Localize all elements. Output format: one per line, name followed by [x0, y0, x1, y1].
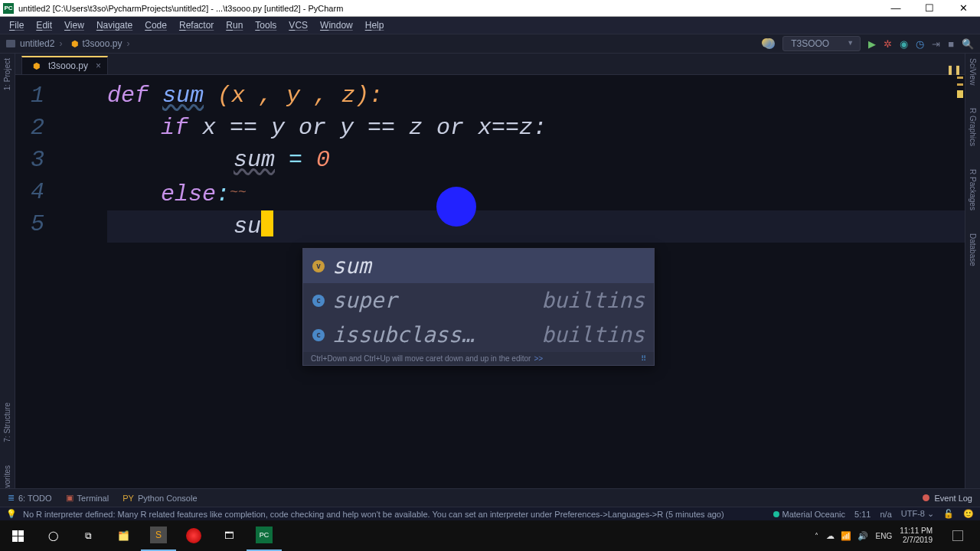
os-title-bar: PC untitled2 [C:\Users\t3so\PycharmProje…	[0, 0, 980, 17]
popup-hint: Ctrl+Down and Ctrl+Up will move caret do…	[303, 352, 654, 365]
right-tool-strip: SciView R Graphics R Packages Database	[965, 54, 980, 505]
fn-name: sum	[162, 83, 204, 109]
line-no: 3	[31, 144, 83, 176]
tray-language[interactable]: ENG	[876, 532, 893, 540]
menu-run[interactable]: Run	[220, 20, 249, 31]
run-icon[interactable]: ▶	[868, 38, 876, 50]
menu-help[interactable]: Help	[359, 20, 390, 31]
event-log-button[interactable]: Event Log	[923, 494, 972, 503]
caret-position[interactable]: 5:11	[854, 510, 871, 519]
variable-icon: v	[312, 260, 325, 272]
clock-date: 2/7/2019	[900, 536, 933, 545]
line-no: 2	[31, 112, 83, 144]
popup-label: sum	[332, 253, 371, 279]
tray-network-icon[interactable]: 📶	[841, 531, 851, 541]
system-tray: ˄ ☁ 📶 🔊 ENG 11:11 PM 2/7/2019	[815, 520, 980, 551]
search-icon[interactable]: 🔍	[962, 38, 974, 50]
menu-file[interactable]: File	[3, 20, 30, 31]
colon: :	[216, 181, 230, 207]
line-no: 4	[31, 176, 83, 208]
menu-navigate[interactable]: Navigate	[90, 20, 139, 31]
class-icon: c	[312, 295, 325, 307]
attach-icon[interactable]: ⇥	[932, 38, 940, 50]
profile-icon[interactable]: ◷	[916, 38, 924, 50]
debug-icon[interactable]: ✲	[884, 38, 892, 50]
pycharm-icon: PC	[3, 3, 14, 14]
menu-code[interactable]: Code	[139, 20, 173, 31]
bulb-icon: 💡	[6, 509, 17, 519]
notification-icon	[952, 530, 963, 541]
run-config-select[interactable]: T3SOOO ▼	[782, 36, 861, 51]
app-generic[interactable]: 🗔	[211, 520, 247, 551]
tray-clock[interactable]: 11:11 PM 2/7/2019	[900, 527, 933, 545]
tray-volume-icon[interactable]: 🔊	[858, 531, 868, 541]
theme-indicator[interactable]: Material Oceanic	[773, 510, 846, 519]
folder-icon	[6, 40, 15, 47]
minimize-button[interactable]: —	[879, 0, 913, 17]
start-button[interactable]	[0, 520, 35, 551]
menu-vcs[interactable]: VCS	[283, 20, 314, 31]
code-body[interactable]: def sum (x , y , z): if x == y or y == z…	[107, 80, 965, 243]
hint-text: Ctrl+Down and Ctrl+Up will move caret do…	[311, 354, 531, 363]
app-explorer[interactable]: 🗂️	[106, 520, 141, 551]
line-sep[interactable]: n/a	[880, 510, 891, 519]
left-tool-strip: 1: Project 7: Structure 2: Favorites	[0, 54, 15, 505]
inspector-icon[interactable]: 🙂	[963, 509, 974, 519]
hint-link[interactable]: >>	[534, 354, 543, 363]
menu-refactor[interactable]: Refactor	[173, 20, 220, 31]
text-cursor	[261, 210, 273, 236]
tool-structure[interactable]: 7: Structure	[3, 403, 11, 442]
status-bar: 💡 No R interpreter defined: Many R relat…	[0, 507, 980, 520]
coverage-icon[interactable]: ◉	[900, 38, 908, 50]
windows-taskbar: ◯ ⧉ 🗂️ S 🗔 PC ˄ ☁ 📶 🔊 ENG 11:11 PM 2/7/2…	[0, 520, 980, 551]
breadcrumb-file[interactable]: t3sooo.py	[82, 38, 122, 49]
python-icon: ⬢	[71, 39, 79, 49]
autocomplete-popup[interactable]: v sum c super builtins c issubclass… bui…	[302, 248, 655, 366]
op: =	[275, 147, 316, 173]
tool-rpackages[interactable]: R Packages	[969, 169, 977, 210]
tray-onedrive-icon[interactable]: ☁	[826, 531, 835, 541]
app-sublime[interactable]: S	[141, 520, 176, 551]
action-center-button[interactable]	[940, 520, 975, 551]
menu-window[interactable]: Window	[314, 20, 359, 31]
popup-item-sum[interactable]: v sum	[303, 249, 654, 283]
tray-chevron-icon[interactable]: ˄	[815, 532, 818, 540]
line-gutter: 1 2 3 4 5	[15, 75, 83, 484]
encoding[interactable]: UTF-8 ⌄	[901, 509, 934, 519]
tool-sciview[interactable]: SciView	[969, 58, 977, 85]
menu-bar: File Edit View Navigate Code Refactor Ru…	[0, 17, 980, 34]
typing: su	[234, 214, 261, 240]
editor-tabs: ⬢ t3sooo.py ×	[15, 54, 965, 75]
readonly-lock-icon[interactable]: 🔓	[943, 509, 954, 519]
line-no: 1	[31, 80, 83, 112]
label: Event Log	[934, 494, 972, 503]
app-opera[interactable]	[176, 520, 211, 551]
bottom-toolbar: ≣6: TODO ▣Terminal PYPython Console Even…	[0, 488, 980, 507]
popup-item-super[interactable]: c super builtins	[303, 283, 654, 318]
popup-item-issubclass[interactable]: c issubclass… builtins	[303, 318, 654, 352]
status-message: No R interpreter defined: Many R related…	[23, 510, 724, 519]
close-button[interactable]: ✕	[946, 0, 980, 17]
tool-todo[interactable]: ≣6: TODO	[8, 493, 52, 503]
tool-rgraphics[interactable]: R Graphics	[969, 108, 977, 146]
app-pycharm[interactable]: PC	[247, 520, 282, 551]
task-view-button[interactable]: ⧉	[70, 520, 106, 551]
tab-t3sooo[interactable]: ⬢ t3sooo.py ×	[21, 56, 108, 74]
breadcrumb-sep: ›	[59, 38, 62, 49]
tool-project[interactable]: 1: Project	[3, 58, 11, 90]
stop-icon[interactable]: ■	[948, 38, 954, 50]
tool-terminal[interactable]: ▣Terminal	[66, 493, 109, 503]
pin-icon[interactable]: ⠿	[641, 354, 646, 363]
breadcrumb-project[interactable]: untitled2	[20, 38, 54, 49]
menu-tools[interactable]: Tools	[249, 20, 283, 31]
cursor-highlight-dot	[436, 187, 476, 227]
menu-view[interactable]: View	[58, 20, 90, 31]
tool-database[interactable]: Database	[969, 233, 977, 266]
python-icon: ⬢	[33, 61, 41, 71]
menu-edit[interactable]: Edit	[30, 20, 58, 31]
kw-def: def	[107, 83, 149, 109]
maximize-button[interactable]: ☐	[913, 0, 946, 17]
close-tab-icon[interactable]: ×	[96, 60, 101, 71]
tool-python-console[interactable]: PYPython Console	[122, 494, 197, 503]
search-button[interactable]: ◯	[35, 520, 70, 551]
